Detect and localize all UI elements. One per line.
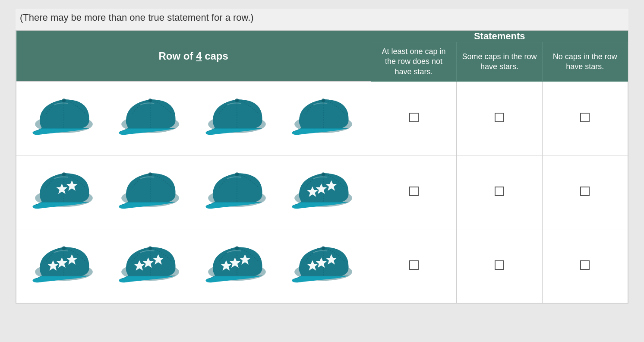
checkbox-row1-col1[interactable] xyxy=(409,113,419,122)
caps-cell-row1 xyxy=(16,82,371,155)
checkbox-cell-row2-col2[interactable] xyxy=(457,155,542,229)
svg-point-27 xyxy=(148,246,152,250)
svg-point-32 xyxy=(235,246,239,250)
cap-row3-col2 xyxy=(114,236,187,296)
svg-point-22 xyxy=(62,246,66,250)
cap-row2-col3 xyxy=(200,162,274,222)
svg-point-9 xyxy=(62,172,66,176)
checkbox-row1-col2[interactable] xyxy=(495,113,504,122)
checkbox-cell-row2-col1[interactable] xyxy=(371,155,456,229)
checkbox-row3-col3[interactable] xyxy=(580,260,590,270)
svg-point-37 xyxy=(321,246,325,250)
cap-row2-col1 xyxy=(27,162,101,222)
table-body xyxy=(16,82,628,303)
checkbox-row3-col1[interactable] xyxy=(409,260,419,270)
svg-point-1 xyxy=(62,98,66,102)
caps-row xyxy=(21,88,366,149)
cap-row1-col3 xyxy=(200,88,274,149)
main-table: Row of 4 caps Statements At least one ca… xyxy=(16,31,628,303)
caps-row xyxy=(21,236,366,296)
table-row xyxy=(16,229,628,303)
cap-row3-col3 xyxy=(200,236,274,296)
checkbox-cell-row2-col3[interactable] xyxy=(542,155,628,229)
svg-point-3 xyxy=(148,98,152,102)
col3-header: No caps in the row have stars. xyxy=(542,42,628,82)
checkbox-cell-row1-col3[interactable] xyxy=(542,82,628,155)
svg-point-5 xyxy=(235,98,239,102)
cap-row1-col4 xyxy=(287,88,360,149)
table-wrapper: Row of 4 caps Statements At least one ca… xyxy=(16,30,628,304)
caps-row xyxy=(21,162,366,222)
svg-point-17 xyxy=(321,172,325,176)
col1-header: At least one cap in the row does not hav… xyxy=(371,42,456,82)
checkbox-cell-row3-col1[interactable] xyxy=(371,229,456,303)
caps-cell-row2 xyxy=(16,155,371,229)
svg-point-7 xyxy=(321,98,325,102)
checkbox-row2-col3[interactable] xyxy=(580,187,590,196)
col2-header: Some caps in the row have stars. xyxy=(457,42,542,82)
cap-row3-col1 xyxy=(27,236,101,296)
checkbox-row3-col2[interactable] xyxy=(495,260,504,270)
checkbox-cell-row3-col3[interactable] xyxy=(542,229,628,303)
cap-row1-col2 xyxy=(114,88,187,149)
table-row xyxy=(16,155,628,229)
statements-header: Statements xyxy=(371,31,628,42)
checkbox-cell-row1-col1[interactable] xyxy=(371,82,456,155)
row-number: 4 xyxy=(196,50,202,62)
cap-row3-col4 xyxy=(287,236,360,296)
page-container: (There may be more than one true stateme… xyxy=(16,9,628,304)
caps-cell-row3 xyxy=(16,229,371,303)
cap-row2-col4 xyxy=(287,162,360,222)
checkbox-row2-col2[interactable] xyxy=(495,187,504,196)
checkbox-row2-col1[interactable] xyxy=(409,187,419,196)
checkbox-cell-row1-col2[interactable] xyxy=(457,82,542,155)
svg-point-13 xyxy=(148,172,152,176)
table-row xyxy=(16,82,628,155)
row-label-text: Row of 4 caps xyxy=(158,50,228,62)
cap-row1-col1 xyxy=(27,88,101,149)
svg-point-15 xyxy=(235,172,239,176)
header-top-row: Row of 4 caps Statements xyxy=(16,31,628,42)
instruction-text: (There may be more than one true stateme… xyxy=(16,9,628,30)
checkbox-row1-col3[interactable] xyxy=(580,113,590,122)
checkbox-cell-row3-col2[interactable] xyxy=(457,229,542,303)
cap-row2-col2 xyxy=(114,162,187,222)
row-label-header: Row of 4 caps xyxy=(16,31,371,82)
